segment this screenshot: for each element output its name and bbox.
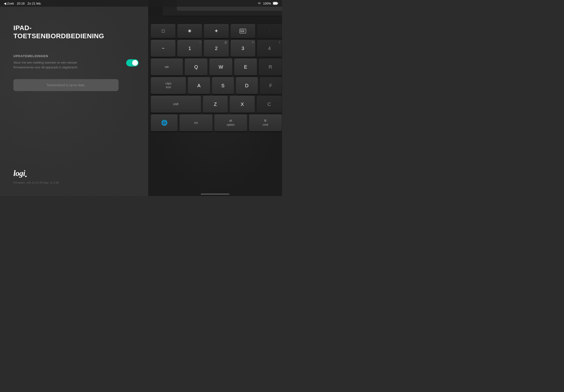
key-f-main: F	[269, 83, 272, 88]
status-time: 20:18	[17, 2, 25, 5]
key-ctrl[interactable]: ctrl	[179, 114, 212, 131]
update-button-label: Toetsenbord is up-to-date.	[47, 83, 85, 87]
key-q-main: Q	[194, 64, 198, 70]
key-caps-lock[interactable]: capslock	[151, 77, 186, 94]
key-ctrl-label: ctrl	[194, 121, 198, 125]
bottom-brand: logi. Firmware: v00.14-01.09 App: v1.3.5…	[14, 169, 59, 184]
svg-rect-1	[273, 2, 277, 4]
section-label: UPDATEMELDINGEN	[14, 54, 139, 58]
firmware-info: Firmware: v00.14-01.09 App: v1.3.59	[14, 181, 59, 184]
key-shift[interactable]: shift	[151, 96, 201, 113]
logi-logo: logi.	[14, 169, 59, 179]
key-e-main: E	[244, 64, 247, 70]
key-4-sub: $	[279, 41, 280, 44]
keyboard-icon	[239, 29, 246, 33]
key-3-sub: #	[252, 41, 254, 44]
home-icon: ☐	[162, 29, 165, 33]
key-w-main: W	[219, 64, 223, 70]
key-2[interactable]: @ 2	[204, 40, 229, 57]
right-panel: ☐ ✺ ✦ ⋮	[148, 0, 282, 196]
update-button[interactable]: Toetsenbord is up-to-date.	[14, 79, 119, 91]
key-tilde-sub: `	[173, 41, 174, 44]
svg-rect-5	[242, 30, 243, 31]
svg-rect-2	[277, 3, 278, 4]
key-brightness-down[interactable]: ✺	[177, 24, 202, 38]
brightness-down-icon: ✺	[188, 28, 192, 34]
key-1[interactable]: ! 1	[177, 40, 202, 57]
key-z-main: Z	[214, 102, 217, 107]
battery-percent: 100%	[263, 2, 271, 5]
key-1-main: 1	[188, 46, 191, 51]
key-cmd-label: ⌘cmd	[263, 119, 268, 127]
key-3[interactable]: # 3	[230, 40, 255, 57]
key-4-main: 4	[268, 46, 271, 51]
key-tab-label: tab	[165, 65, 169, 69]
key-alt-label: altoption	[227, 119, 235, 127]
toggle-thumb	[132, 60, 138, 66]
svg-rect-6	[243, 30, 244, 31]
status-left: ◀ Zoek 20:18 Zo 21 feb.	[4, 2, 41, 5]
svg-rect-4	[240, 30, 241, 31]
key-3-main: 3	[242, 46, 244, 51]
asdf-row: capslock A S D F	[151, 77, 282, 94]
key-globe[interactable]: 🌐	[151, 114, 178, 131]
wifi-icon	[257, 2, 261, 5]
status-right: 100%	[257, 2, 278, 5]
key-w[interactable]: W	[209, 58, 233, 76]
key-s[interactable]: S	[212, 77, 234, 94]
key-d-main: D	[245, 83, 248, 88]
qwer-row: tab Q W E R	[151, 58, 282, 76]
key-tilde-main: ~	[162, 46, 165, 51]
toggle-switch[interactable]	[126, 59, 139, 67]
brightness-up-icon: ✦	[214, 28, 219, 34]
key-d[interactable]: D	[236, 77, 258, 94]
left-content: iPAD-TOETSENBORDBEDIENING UPDATEMELDINGE…	[14, 24, 139, 91]
key-shift-label: shift	[173, 102, 179, 106]
status-bar: ◀ Zoek 20:18 Zo 21 feb. 100%	[0, 0, 282, 7]
key-alt-option[interactable]: altoption	[214, 114, 247, 131]
key-home[interactable]: ☐	[151, 24, 176, 38]
key-keyboard[interactable]	[230, 24, 255, 38]
key-r[interactable]: R	[259, 58, 282, 76]
key-x[interactable]: X	[229, 96, 255, 113]
key-x-main: X	[241, 102, 244, 107]
key-s-main: S	[221, 83, 224, 88]
key-4[interactable]: $ 4	[257, 40, 282, 57]
key-extra-fn[interactable]: ⋮	[257, 24, 282, 38]
battery-icon	[273, 2, 278, 5]
key-f[interactable]: F	[260, 77, 282, 94]
left-panel: iPAD-TOETSENBORDBEDIENING UPDATEMELDINGE…	[0, 0, 148, 196]
zxc-row: shift Z X C	[151, 96, 282, 113]
key-tilde[interactable]: ` ~	[151, 40, 176, 57]
back-button[interactable]: ◀ Zoek	[4, 2, 14, 5]
number-row: ` ~ ! 1 @ 2 # 3 $ 4	[151, 40, 282, 57]
bottom-row: 🌐 ctrl altoption ⌘cmd	[151, 114, 282, 131]
home-indicator	[201, 194, 229, 195]
key-caps-label: capslock	[165, 82, 171, 89]
key-brightness-up[interactable]: ✦	[204, 24, 229, 38]
key-e[interactable]: E	[234, 58, 257, 76]
key-a[interactable]: A	[188, 77, 210, 94]
key-1-sub: !	[200, 41, 201, 44]
keyboard-area: ☐ ✺ ✦ ⋮	[151, 24, 282, 189]
svg-rect-7	[240, 31, 242, 32]
key-tab[interactable]: tab	[151, 58, 183, 76]
app-title: iPAD-TOETSENBORDBEDIENING	[14, 24, 139, 40]
globe-icon: 🌐	[161, 120, 167, 126]
key-2-sub: @	[224, 41, 227, 44]
status-date: Zo 21 feb.	[28, 2, 41, 5]
section-description: Stuur me een melding wanneer er een nieu…	[14, 60, 95, 70]
toggle-track	[126, 59, 139, 67]
key-q[interactable]: Q	[184, 58, 208, 76]
key-cmd[interactable]: ⌘cmd	[249, 114, 282, 131]
svg-rect-3	[240, 29, 246, 33]
extra-fn-icon: ⋮	[267, 29, 271, 33]
key-r-main: R	[269, 64, 272, 70]
key-c[interactable]: C	[256, 96, 282, 113]
key-2-main: 2	[215, 46, 218, 51]
fn-row: ☐ ✺ ✦ ⋮	[151, 24, 282, 38]
toggle-row: Stuur me een melding wanneer er een nieu…	[14, 60, 139, 70]
key-a-main: A	[197, 83, 201, 88]
svg-rect-8	[242, 31, 244, 32]
key-z[interactable]: Z	[203, 96, 228, 113]
